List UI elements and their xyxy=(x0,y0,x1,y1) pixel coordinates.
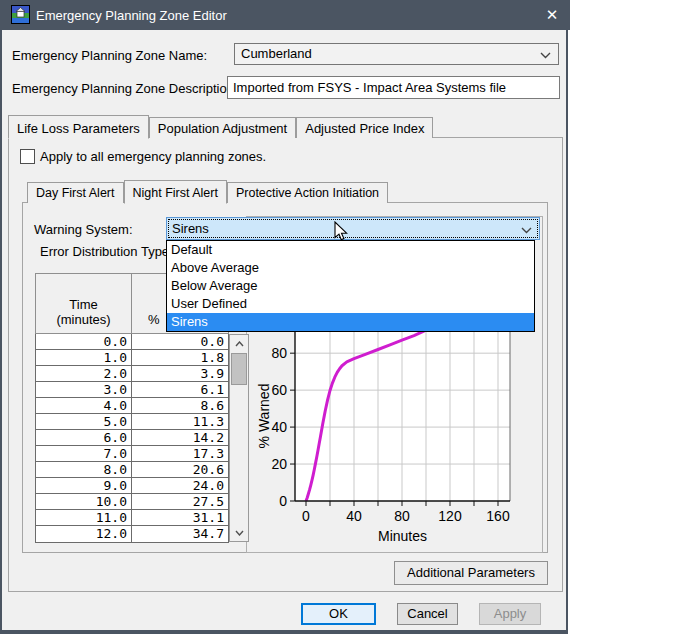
table-cell[interactable]: 34.7 xyxy=(132,526,228,542)
tab-life-loss-parameters[interactable]: Life Loss Parameters xyxy=(8,115,149,139)
table-row: 11.031.1 xyxy=(36,510,228,526)
table-cell[interactable]: 12.0 xyxy=(36,526,132,542)
table-row: 8.020.6 xyxy=(36,462,228,478)
tab-adjusted-price-index[interactable]: Adjusted Price Index xyxy=(296,117,433,138)
table-row: 10.027.5 xyxy=(36,494,228,510)
table-cell[interactable]: 11.0 xyxy=(36,510,132,526)
table-body: 0.00.01.01.82.03.93.06.14.08.65.011.36.0… xyxy=(35,334,229,543)
table-cell[interactable]: 0.0 xyxy=(132,334,228,350)
chevron-down-icon xyxy=(540,52,551,59)
table-cell[interactable]: 6.1 xyxy=(132,382,228,398)
table-row: 7.017.3 xyxy=(36,446,228,462)
table-cell[interactable]: 0.0 xyxy=(36,334,132,350)
warning-system-dropdown-list: DefaultAbove AverageBelow AverageUser De… xyxy=(166,240,535,332)
table-cell[interactable]: 24.0 xyxy=(132,478,228,494)
main-tab-bar: Life Loss ParametersPopulation Adjustmen… xyxy=(8,114,433,138)
zone-name-value: Cumberland xyxy=(241,46,312,61)
scrollbar-thumb[interactable] xyxy=(231,353,247,385)
cancel-button[interactable]: Cancel xyxy=(397,603,458,625)
close-icon[interactable]: ✕ xyxy=(540,5,564,25)
table-cell[interactable]: 9.0 xyxy=(36,478,132,494)
chevron-down-icon xyxy=(521,227,532,234)
additional-parameters-button[interactable]: Additional Parameters xyxy=(394,561,548,585)
dropdown-option-below-average[interactable]: Below Average xyxy=(167,277,534,295)
table-cell[interactable]: 8.6 xyxy=(132,398,228,414)
table-cell[interactable]: 4.0 xyxy=(36,398,132,414)
table-cell[interactable]: 31.1 xyxy=(132,510,228,526)
zone-name-label: Emergency Planning Zone Name: xyxy=(12,48,207,63)
table-cell[interactable]: 7.0 xyxy=(36,446,132,462)
table-cell[interactable]: 10.0 xyxy=(36,494,132,510)
table-row: 0.00.0 xyxy=(36,334,228,350)
mouse-cursor xyxy=(334,221,349,242)
dropdown-option-above-average[interactable]: Above Average xyxy=(167,259,534,277)
time-column-header: Time (minutes) xyxy=(35,273,132,334)
table-cell[interactable]: 20.6 xyxy=(132,462,228,478)
table-row: 5.011.3 xyxy=(36,414,228,430)
zone-description-label: Emergency Planning Zone Description: xyxy=(12,81,237,96)
window-title: Emergency Planning Zone Editor xyxy=(36,8,227,23)
subtab-protective-action-initiation[interactable]: Protective Action Initiation xyxy=(227,182,388,203)
table-cell[interactable]: 27.5 xyxy=(132,494,228,510)
table-scrollbar[interactable] xyxy=(229,334,249,542)
zone-description-input[interactable]: Imported from FSYS - Impact Area Systems… xyxy=(227,76,560,99)
table-row: 6.014.2 xyxy=(36,430,228,446)
alert-sub-tab-bar: Day First AlertNight First AlertProtecti… xyxy=(27,178,388,203)
ok-button[interactable]: OK xyxy=(301,603,376,625)
table-cell[interactable]: 17.3 xyxy=(132,446,228,462)
table-cell[interactable]: 1.0 xyxy=(36,350,132,366)
table-cell[interactable]: 5.0 xyxy=(36,414,132,430)
table-cell[interactable]: 3.9 xyxy=(132,366,228,382)
table-row: 2.03.9 xyxy=(36,366,228,382)
table-row: 9.024.0 xyxy=(36,478,228,494)
scroll-down-icon[interactable] xyxy=(230,524,248,541)
dropdown-option-user-defined[interactable]: User Defined xyxy=(167,295,534,313)
dropdown-option-sirens[interactable]: Sirens xyxy=(167,313,534,331)
subtab-day-first-alert[interactable]: Day First Alert xyxy=(27,182,124,203)
table-row: 3.06.1 xyxy=(36,382,228,398)
subtab-night-first-alert[interactable]: Night First Alert xyxy=(124,180,227,204)
dropdown-option-default[interactable]: Default xyxy=(167,241,534,259)
emergency-planning-zone-editor-dialog: Emergency Planning Zone Editor ✕ Emergen… xyxy=(0,0,568,634)
apply-button: Apply xyxy=(479,603,541,625)
scroll-up-icon[interactable] xyxy=(230,335,248,352)
table-row: 12.034.7 xyxy=(36,526,228,542)
warning-system-combobox[interactable]: Sirens xyxy=(166,217,540,240)
table-cell[interactable]: 8.0 xyxy=(36,462,132,478)
zone-description-value: Imported from FSYS - Impact Area Systems… xyxy=(233,80,506,95)
table-row: 4.08.6 xyxy=(36,398,228,414)
zone-name-combobox[interactable]: Cumberland xyxy=(234,43,559,65)
table-cell[interactable]: 2.0 xyxy=(36,366,132,382)
titlebar[interactable]: Emergency Planning Zone Editor ✕ xyxy=(2,0,570,30)
table-cell[interactable]: 6.0 xyxy=(36,430,132,446)
table-row: 1.01.8 xyxy=(36,350,228,366)
tab-population-adjustment[interactable]: Population Adjustment xyxy=(149,117,296,138)
table-cell[interactable]: 14.2 xyxy=(132,430,228,446)
warning-system-value: Sirens xyxy=(172,221,209,236)
table-cell[interactable]: 3.0 xyxy=(36,382,132,398)
app-icon xyxy=(11,5,30,24)
table-cell[interactable]: 11.3 xyxy=(132,414,228,430)
table-cell[interactable]: 1.8 xyxy=(132,350,228,366)
